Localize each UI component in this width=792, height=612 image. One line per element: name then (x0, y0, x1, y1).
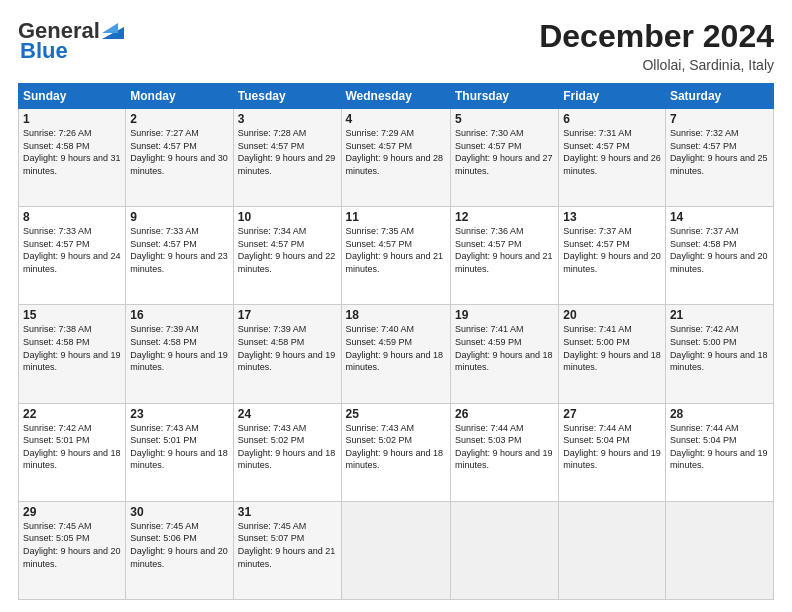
main-title: December 2024 (539, 18, 774, 55)
day-detail: Sunrise: 7:28 AMSunset: 4:57 PMDaylight:… (238, 128, 336, 176)
calendar-cell: 30Sunrise: 7:45 AMSunset: 5:06 PMDayligh… (126, 501, 233, 599)
calendar-cell: 29Sunrise: 7:45 AMSunset: 5:05 PMDayligh… (19, 501, 126, 599)
day-number: 23 (130, 407, 228, 421)
calendar-cell: 20Sunrise: 7:41 AMSunset: 5:00 PMDayligh… (559, 305, 666, 403)
day-detail: Sunrise: 7:34 AMSunset: 4:57 PMDaylight:… (238, 226, 336, 274)
calendar-cell: 25Sunrise: 7:43 AMSunset: 5:02 PMDayligh… (341, 403, 450, 501)
calendar-cell: 4Sunrise: 7:29 AMSunset: 4:57 PMDaylight… (341, 109, 450, 207)
calendar-cell: 6Sunrise: 7:31 AMSunset: 4:57 PMDaylight… (559, 109, 666, 207)
day-detail: Sunrise: 7:42 AMSunset: 5:01 PMDaylight:… (23, 423, 121, 471)
day-number: 6 (563, 112, 661, 126)
calendar-cell: 15Sunrise: 7:38 AMSunset: 4:58 PMDayligh… (19, 305, 126, 403)
day-number: 12 (455, 210, 554, 224)
day-number: 11 (346, 210, 446, 224)
calendar-week-row: 22Sunrise: 7:42 AMSunset: 5:01 PMDayligh… (19, 403, 774, 501)
day-detail: Sunrise: 7:43 AMSunset: 5:01 PMDaylight:… (130, 423, 228, 471)
calendar-cell (341, 501, 450, 599)
calendar-week-row: 29Sunrise: 7:45 AMSunset: 5:05 PMDayligh… (19, 501, 774, 599)
day-detail: Sunrise: 7:26 AMSunset: 4:58 PMDaylight:… (23, 128, 121, 176)
calendar-cell: 23Sunrise: 7:43 AMSunset: 5:01 PMDayligh… (126, 403, 233, 501)
calendar-cell: 7Sunrise: 7:32 AMSunset: 4:57 PMDaylight… (665, 109, 773, 207)
day-detail: Sunrise: 7:44 AMSunset: 5:04 PMDaylight:… (670, 423, 768, 471)
calendar-cell: 17Sunrise: 7:39 AMSunset: 4:58 PMDayligh… (233, 305, 341, 403)
calendar-header-row: Sunday Monday Tuesday Wednesday Thursday… (19, 84, 774, 109)
calendar-week-row: 15Sunrise: 7:38 AMSunset: 4:58 PMDayligh… (19, 305, 774, 403)
calendar-cell: 13Sunrise: 7:37 AMSunset: 4:57 PMDayligh… (559, 207, 666, 305)
col-thursday: Thursday (450, 84, 558, 109)
calendar-cell (559, 501, 666, 599)
day-detail: Sunrise: 7:43 AMSunset: 5:02 PMDaylight:… (238, 423, 336, 471)
day-number: 25 (346, 407, 446, 421)
calendar-cell: 1Sunrise: 7:26 AMSunset: 4:58 PMDaylight… (19, 109, 126, 207)
day-detail: Sunrise: 7:29 AMSunset: 4:57 PMDaylight:… (346, 128, 444, 176)
day-number: 28 (670, 407, 769, 421)
col-monday: Monday (126, 84, 233, 109)
calendar-cell: 2Sunrise: 7:27 AMSunset: 4:57 PMDaylight… (126, 109, 233, 207)
day-detail: Sunrise: 7:37 AMSunset: 4:57 PMDaylight:… (563, 226, 661, 274)
day-detail: Sunrise: 7:41 AMSunset: 5:00 PMDaylight:… (563, 324, 661, 372)
calendar-cell: 18Sunrise: 7:40 AMSunset: 4:59 PMDayligh… (341, 305, 450, 403)
day-number: 1 (23, 112, 121, 126)
calendar-week-row: 1Sunrise: 7:26 AMSunset: 4:58 PMDaylight… (19, 109, 774, 207)
header: General Blue December 2024 Ollolai, Sard… (18, 18, 774, 73)
day-number: 27 (563, 407, 661, 421)
day-detail: Sunrise: 7:39 AMSunset: 4:58 PMDaylight:… (130, 324, 228, 372)
calendar-cell: 28Sunrise: 7:44 AMSunset: 5:04 PMDayligh… (665, 403, 773, 501)
day-detail: Sunrise: 7:44 AMSunset: 5:04 PMDaylight:… (563, 423, 661, 471)
day-number: 31 (238, 505, 337, 519)
day-number: 14 (670, 210, 769, 224)
col-wednesday: Wednesday (341, 84, 450, 109)
day-detail: Sunrise: 7:42 AMSunset: 5:00 PMDaylight:… (670, 324, 768, 372)
col-tuesday: Tuesday (233, 84, 341, 109)
calendar-cell: 22Sunrise: 7:42 AMSunset: 5:01 PMDayligh… (19, 403, 126, 501)
day-detail: Sunrise: 7:45 AMSunset: 5:07 PMDaylight:… (238, 521, 336, 569)
calendar-cell: 8Sunrise: 7:33 AMSunset: 4:57 PMDaylight… (19, 207, 126, 305)
day-number: 18 (346, 308, 446, 322)
day-number: 2 (130, 112, 228, 126)
day-detail: Sunrise: 7:31 AMSunset: 4:57 PMDaylight:… (563, 128, 661, 176)
calendar-cell: 16Sunrise: 7:39 AMSunset: 4:58 PMDayligh… (126, 305, 233, 403)
calendar-cell: 21Sunrise: 7:42 AMSunset: 5:00 PMDayligh… (665, 305, 773, 403)
day-detail: Sunrise: 7:37 AMSunset: 4:58 PMDaylight:… (670, 226, 768, 274)
calendar-cell: 10Sunrise: 7:34 AMSunset: 4:57 PMDayligh… (233, 207, 341, 305)
calendar-cell: 9Sunrise: 7:33 AMSunset: 4:57 PMDaylight… (126, 207, 233, 305)
day-number: 15 (23, 308, 121, 322)
day-number: 3 (238, 112, 337, 126)
calendar-cell (665, 501, 773, 599)
day-detail: Sunrise: 7:45 AMSunset: 5:06 PMDaylight:… (130, 521, 228, 569)
day-detail: Sunrise: 7:43 AMSunset: 5:02 PMDaylight:… (346, 423, 444, 471)
day-number: 19 (455, 308, 554, 322)
day-number: 30 (130, 505, 228, 519)
day-detail: Sunrise: 7:32 AMSunset: 4:57 PMDaylight:… (670, 128, 768, 176)
logo-arrow-icon (102, 19, 124, 39)
day-detail: Sunrise: 7:38 AMSunset: 4:58 PMDaylight:… (23, 324, 121, 372)
calendar-week-row: 8Sunrise: 7:33 AMSunset: 4:57 PMDaylight… (19, 207, 774, 305)
calendar-cell: 5Sunrise: 7:30 AMSunset: 4:57 PMDaylight… (450, 109, 558, 207)
day-number: 17 (238, 308, 337, 322)
col-saturday: Saturday (665, 84, 773, 109)
day-detail: Sunrise: 7:44 AMSunset: 5:03 PMDaylight:… (455, 423, 553, 471)
day-detail: Sunrise: 7:45 AMSunset: 5:05 PMDaylight:… (23, 521, 121, 569)
day-number: 29 (23, 505, 121, 519)
calendar-cell: 11Sunrise: 7:35 AMSunset: 4:57 PMDayligh… (341, 207, 450, 305)
calendar-cell: 19Sunrise: 7:41 AMSunset: 4:59 PMDayligh… (450, 305, 558, 403)
calendar-cell: 3Sunrise: 7:28 AMSunset: 4:57 PMDaylight… (233, 109, 341, 207)
day-detail: Sunrise: 7:30 AMSunset: 4:57 PMDaylight:… (455, 128, 553, 176)
svg-marker-1 (102, 23, 118, 33)
calendar-cell: 12Sunrise: 7:36 AMSunset: 4:57 PMDayligh… (450, 207, 558, 305)
calendar-cell: 26Sunrise: 7:44 AMSunset: 5:03 PMDayligh… (450, 403, 558, 501)
calendar-cell: 24Sunrise: 7:43 AMSunset: 5:02 PMDayligh… (233, 403, 341, 501)
col-sunday: Sunday (19, 84, 126, 109)
day-number: 24 (238, 407, 337, 421)
day-detail: Sunrise: 7:39 AMSunset: 4:58 PMDaylight:… (238, 324, 336, 372)
col-friday: Friday (559, 84, 666, 109)
day-number: 4 (346, 112, 446, 126)
page: General Blue December 2024 Ollolai, Sard… (0, 0, 792, 612)
calendar-cell (450, 501, 558, 599)
day-detail: Sunrise: 7:40 AMSunset: 4:59 PMDaylight:… (346, 324, 444, 372)
day-number: 13 (563, 210, 661, 224)
day-number: 10 (238, 210, 337, 224)
calendar-cell: 27Sunrise: 7:44 AMSunset: 5:04 PMDayligh… (559, 403, 666, 501)
day-detail: Sunrise: 7:33 AMSunset: 4:57 PMDaylight:… (130, 226, 228, 274)
day-number: 26 (455, 407, 554, 421)
